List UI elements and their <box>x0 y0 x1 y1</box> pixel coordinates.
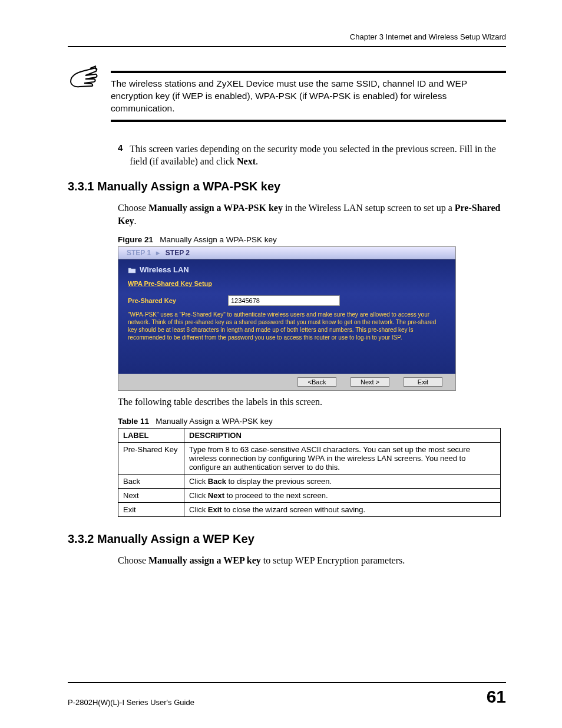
table-11-caption: Table 11 Manually Assign a WPA-PSK key <box>118 417 506 426</box>
heading-3-3-1: 3.3.1 Manually Assign a WPA-PSK key <box>68 180 506 193</box>
note-block: The wireless stations and ZyXEL Device m… <box>68 65 506 122</box>
page-number: 61 <box>487 687 506 707</box>
chapter-header: Chapter 3 Internet and Wireless Setup Wi… <box>68 32 506 41</box>
wizard-panel-subtitle: WPA Pre-Shared Key Setup <box>128 280 446 287</box>
wizard-dialog: STEP 1 ▸ STEP 2 Wireless LAN WPA Pre-Sha… <box>118 246 456 391</box>
table-row: Exit Click Exit to close the wizard scre… <box>118 502 501 516</box>
figure-21-caption: Figure 21 Manually Assign a WPA-PSK key <box>118 235 506 244</box>
header-rule <box>68 46 506 47</box>
psk-help-text: "WPA-PSK" uses a "Pre-Shared Key" to aut… <box>128 311 446 341</box>
wizard-steps-bar: STEP 1 ▸ STEP 2 <box>118 247 455 259</box>
step-text: This screen varies depending on the secu… <box>130 143 506 168</box>
table-11: LABEL DESCRIPTION Pre-Shared Key Type fr… <box>118 428 501 517</box>
back-button[interactable]: <Back <box>297 377 336 387</box>
td-desc: Click Next to proceed to the next screen… <box>184 488 501 502</box>
wireless-folder-icon <box>128 266 136 274</box>
td-label: Next <box>118 488 184 502</box>
td-label: Exit <box>118 502 184 516</box>
note-hand-icon <box>68 65 100 91</box>
table-row: Back Click Back to display the previous … <box>118 474 501 488</box>
table-row: Next Click Next to proceed to the next s… <box>118 488 501 502</box>
wizard-panel-title: Wireless LAN <box>128 265 446 274</box>
wizard-step-2: STEP 2 <box>166 249 190 257</box>
psk-input[interactable] <box>228 295 340 306</box>
table-row: Pre-Shared Key Type from 8 to 63 case-se… <box>118 442 501 474</box>
footer-guide-title: P-2802H(W)(L)-I Series User's Guide <box>68 698 194 707</box>
intro-3-3-1: Choose Manually assign a WPA-PSK key in … <box>118 202 506 227</box>
step-number: 4 <box>118 143 123 168</box>
page-footer: P-2802H(W)(L)-I Series User's Guide 61 <box>68 682 506 707</box>
next-button[interactable]: Next > <box>351 377 389 387</box>
exit-button[interactable]: Exit <box>404 377 442 387</box>
wizard-step-arrow-icon: ▸ <box>156 249 160 257</box>
td-label: Pre-Shared Key <box>118 442 184 474</box>
table-11-intro: The following table describes the labels… <box>118 396 506 409</box>
td-desc: Click Exit to close the wizard screen wi… <box>184 502 501 516</box>
intro-3-3-2: Choose Manually assign a WEP key to setu… <box>118 554 506 567</box>
psk-label: Pre-Shared Key <box>128 297 210 304</box>
wizard-button-row: <Back Next > Exit <box>118 374 455 390</box>
heading-3-3-2: 3.3.2 Manually Assign a WEP Key <box>68 532 506 546</box>
step-4: 4 This screen varies depending on the se… <box>118 143 506 168</box>
note-text: The wireless stations and ZyXEL Device m… <box>111 78 506 115</box>
wizard-step-1: STEP 1 <box>127 249 151 257</box>
td-desc: Click Back to display the previous scree… <box>184 474 501 488</box>
td-desc: Type from 8 to 63 case-sensitive ASCII c… <box>184 442 501 474</box>
td-label: Back <box>118 474 184 488</box>
th-desc: DESCRIPTION <box>184 428 501 442</box>
table-row: LABEL DESCRIPTION <box>118 428 501 442</box>
th-label: LABEL <box>118 428 184 442</box>
